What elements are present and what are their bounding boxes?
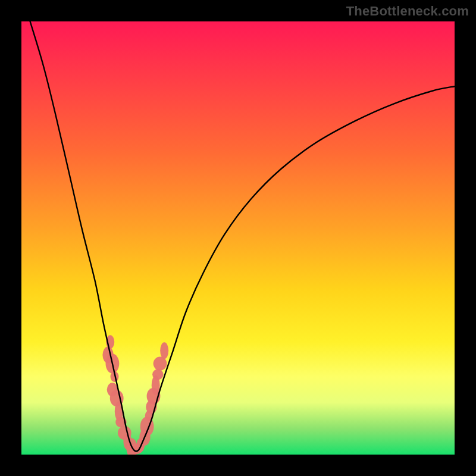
sample-point: [160, 342, 168, 359]
bottleneck-curve: [30, 21, 455, 452]
plot-area: [21, 21, 455, 455]
curve-layer: [21, 21, 455, 455]
watermark-text: TheBottleneck.com: [346, 4, 469, 19]
sample-point: [152, 369, 163, 380]
chart-frame: TheBottleneck.com: [0, 0, 476, 476]
